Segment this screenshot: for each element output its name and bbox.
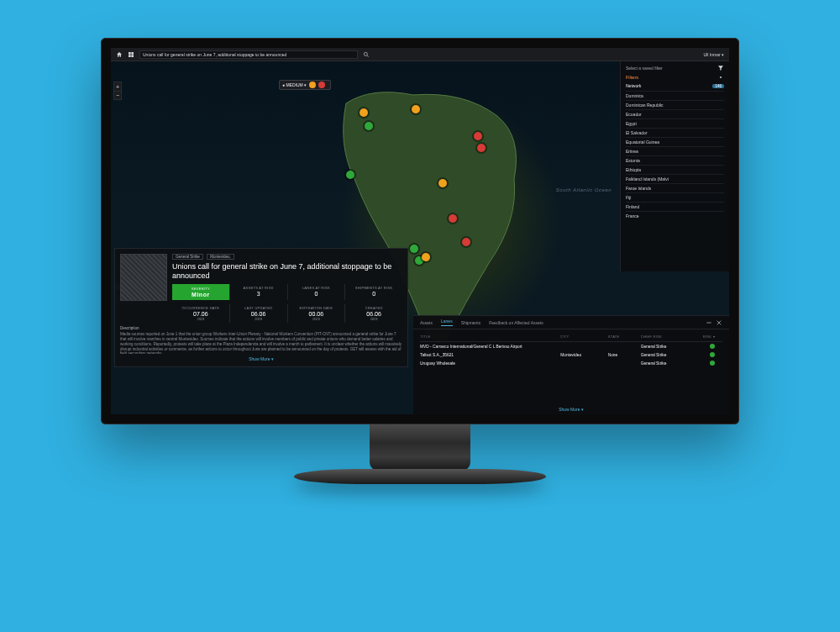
search-icon[interactable] (363, 51, 370, 58)
country-filter-item[interactable]: Fiji (626, 192, 724, 202)
map-marker[interactable] (462, 238, 470, 246)
country-filter-item[interactable]: Falkland Islands (Malvi (626, 174, 724, 183)
show-more-button[interactable]: Show More ▾ (120, 356, 402, 361)
severity-filter-pill[interactable]: ● MEDIUM ▾ (279, 80, 331, 90)
funnel-icon[interactable] (717, 65, 724, 71)
table-row[interactable]: MVD - Carrasco International/General C L… (420, 342, 722, 350)
table-header-row: TITLE CITY STATE CHIEF RISK RISK ▾ (420, 333, 722, 342)
country-filter-item[interactable]: El Salvador (626, 128, 724, 137)
country-filter-item[interactable]: Faroe Islands (626, 183, 724, 192)
risk-dot-icon (710, 344, 715, 349)
shipments-risk-stat: SHIPMENTS AT RISK0 (345, 284, 402, 300)
incident-location-tag[interactable]: Montevideo, (207, 254, 234, 260)
app-screen: Unions call for general strike on June 7… (111, 48, 729, 414)
network-label: Network (626, 83, 641, 88)
close-icon[interactable] (716, 319, 722, 326)
incident-dates-row: Occurrence Date07.062023 Last Updated06.… (172, 304, 402, 323)
tab-shipments[interactable]: Shipments (461, 320, 481, 325)
panel-tabs: Assets Lanes Shipments Feedback on Affec… (413, 316, 729, 329)
description-label: Description (120, 326, 402, 330)
table-row[interactable]: Talisot S.A._35621MontevideoNoneGeneral … (420, 350, 722, 359)
lanes-risk-stat: LANES AT RISK0 (288, 284, 346, 300)
country-filter-item[interactable]: Finland (626, 202, 724, 211)
filters-panel: Select a saved filter Filters Network146… (620, 61, 729, 271)
country-filter-item[interactable]: Ecuador (626, 109, 724, 118)
zoom-in-button[interactable]: + (114, 82, 121, 91)
incident-headline: Unions call for general strike on June 7… (172, 262, 402, 280)
map-marker[interactable] (346, 171, 354, 179)
network-count-chip: 146 (712, 84, 724, 88)
incident-tag[interactable]: General Strike (172, 254, 203, 260)
map-marker[interactable] (412, 105, 420, 113)
map-marker[interactable] (360, 108, 368, 117)
search-input[interactable]: Unions call for general strike on June 7… (139, 50, 358, 59)
tab-assets[interactable]: Assets (420, 320, 433, 325)
severity-pill-label: ● MEDIUM ▾ (282, 82, 307, 87)
expiration-date-stat: Expiration Date00.062023 (288, 304, 346, 323)
country-filter-item[interactable]: Ethiopia (626, 165, 724, 174)
gear-icon[interactable] (717, 74, 724, 81)
country-filter-item[interactable]: Dominica (626, 91, 724, 100)
map-marker[interactable] (365, 122, 373, 130)
assets-table: TITLE CITY STATE CHIEF RISK RISK ▾ MVD -… (413, 329, 729, 371)
map-marker[interactable] (477, 144, 486, 152)
map-marker[interactable] (449, 214, 457, 223)
country-filter-item[interactable]: Egypt (626, 118, 724, 128)
map-marker[interactable] (438, 179, 447, 187)
minimize-icon[interactable] (706, 319, 712, 326)
country-filter-item[interactable]: Eritrea (626, 146, 724, 155)
severity-stat: SEVERITY Minor (172, 284, 230, 300)
country-filter-item[interactable]: Equatorial Guinea (626, 137, 724, 146)
incident-thumbnail (120, 254, 167, 301)
svg-point-0 (364, 52, 367, 55)
saved-filter-dropdown[interactable]: Select a saved filter (626, 66, 663, 71)
created-date-stat: Created06.062023 (345, 304, 402, 323)
map-marker[interactable] (474, 132, 482, 140)
svg-point-1 (720, 76, 722, 78)
affected-assets-panel: Assets Lanes Shipments Feedback on Affec… (413, 315, 729, 414)
assets-risk-stat: ASSETS AT RISK3 (230, 284, 288, 300)
ocean-label: South Atlantic Ocean (556, 187, 612, 192)
tab-lanes[interactable]: Lanes (441, 319, 453, 326)
country-filter-item[interactable]: Dominican Republic (626, 100, 724, 109)
map-marker[interactable] (410, 245, 418, 253)
map-marker[interactable] (422, 253, 430, 261)
table-show-more-button[interactable]: Show More ▾ (413, 407, 729, 412)
country-filter-item[interactable]: Estonia (626, 155, 724, 165)
severity-orange-icon (309, 82, 316, 88)
grid-icon[interactable] (128, 51, 134, 58)
occurrence-date-stat: Occurrence Date07.062023 (172, 304, 230, 323)
user-menu[interactable]: Ull Inmar ▾ (704, 52, 724, 57)
home-icon[interactable] (116, 51, 123, 58)
description-text: Media sources reported on June 1 that th… (120, 332, 402, 354)
risk-dot-icon (710, 352, 715, 357)
topbar: Unions call for general strike on June 7… (111, 48, 729, 61)
risk-dot-icon (710, 361, 715, 366)
incident-kpi-row: SEVERITY Minor ASSETS AT RISK3 LANES AT … (172, 284, 402, 300)
incident-card: General Strike Montevideo, Unions call f… (114, 248, 408, 367)
country-filter-list: Dominica Dominican Republic Ecuador Egyp… (626, 91, 724, 220)
tab-feedback[interactable]: Feedback on Affected Assets (489, 320, 543, 325)
last-updated-stat: Last Updated06.062023 (230, 304, 288, 323)
severity-red-icon (318, 82, 325, 88)
search-value: Unions call for general strike on June 7… (143, 52, 286, 57)
table-row[interactable]: Uruguay WholesaleGeneral Strike (420, 359, 722, 367)
filters-title: Filters (626, 75, 638, 80)
zoom-control: + − (113, 82, 122, 100)
country-filter-item[interactable]: France (626, 211, 724, 220)
zoom-out-button[interactable]: − (114, 91, 121, 99)
